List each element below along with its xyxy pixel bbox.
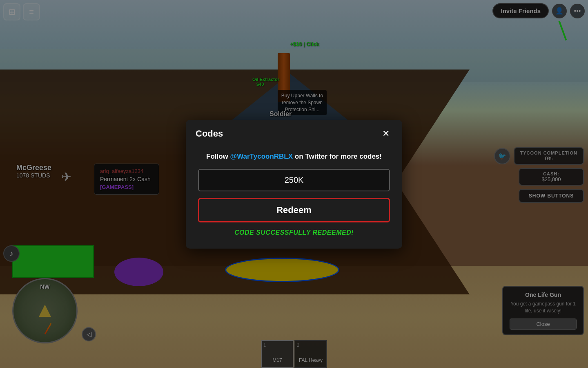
modal-title: Codes	[196, 128, 223, 139]
success-message: CODE SUCCESSFULLY REDEEMED!	[198, 229, 390, 236]
modal-close-button[interactable]: ✕	[379, 127, 392, 140]
redeem-button[interactable]: Redeem	[198, 198, 390, 222]
follow-text-prefix: Follow	[206, 153, 230, 160]
codes-modal: Codes ✕ Follow @WarTycoonRBLX on Twitter…	[186, 120, 402, 249]
code-input[interactable]	[198, 169, 390, 191]
follow-text-suffix: on Twitter for more codes!	[293, 153, 382, 160]
modal-follow-text: Follow @WarTycoonRBLX on Twitter for mor…	[198, 153, 390, 161]
modal-header: Codes ✕	[186, 120, 402, 146]
modal-overlay: Codes ✕ Follow @WarTycoonRBLX on Twitter…	[0, 0, 588, 368]
modal-body: Follow @WarTycoonRBLX on Twitter for mor…	[186, 146, 402, 249]
twitter-handle-link[interactable]: @WarTycoonRBLX	[230, 153, 293, 160]
